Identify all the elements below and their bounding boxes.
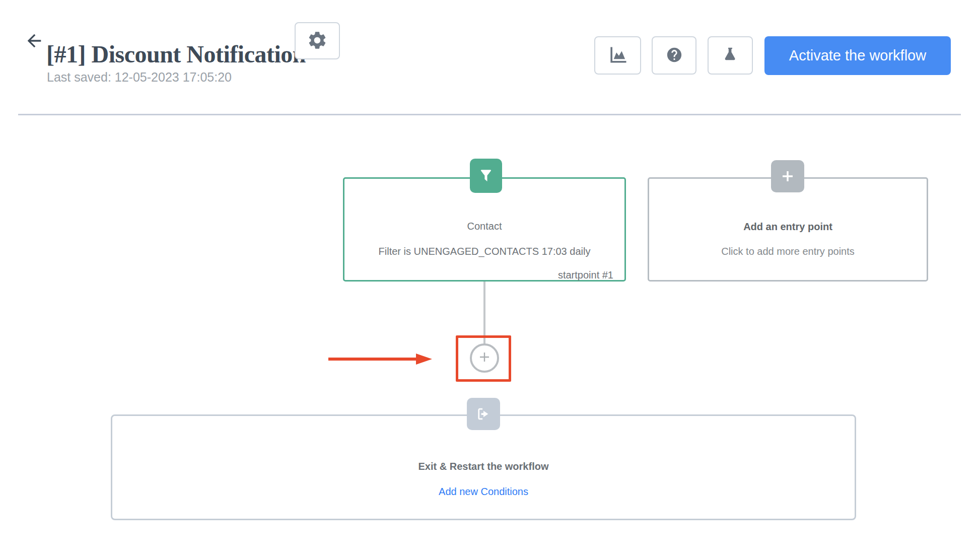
contact-node-title: Contact [344,221,624,232]
gear-icon [307,30,328,52]
header-divider [18,114,961,115]
add-entry-point-node[interactable]: Add an entry point Click to add more ent… [648,177,928,282]
test-workflow-button[interactable] [708,36,753,75]
workflow-settings-button[interactable] [295,22,340,59]
connector-line [483,282,485,344]
statistics-button[interactable] [594,36,641,75]
activate-workflow-button[interactable]: Activate the workflow [764,36,951,75]
contact-entry-node[interactable]: Contact Filter is UNENGAGED_CONTACTS 17:… [343,177,626,282]
plus-circle-icon [478,351,491,365]
flask-icon [721,45,740,66]
question-circle-icon [666,46,683,65]
last-saved-timestamp: Last saved: 12-05-2023 17:05:20 [47,70,232,85]
exit-node-title: Exit & Restart the workflow [112,461,855,472]
entry-node-title: Add an entry point [649,221,927,233]
back-arrow-icon [24,31,44,52]
help-button[interactable] [652,36,696,75]
back-button[interactable] [23,30,45,52]
startpoint-label: startpoint #1 [558,269,613,281]
annotation-arrow-icon [327,352,432,369]
plus-icon [771,160,804,192]
page-title: [#1] Discount Notification [46,42,306,66]
filter-icon [470,159,502,193]
workflow-editor: [#1] Discount Notification Last saved: 1… [0,0,979,560]
exit-restart-node: Exit & Restart the workflow Add new Cond… [111,414,856,520]
add-step-button[interactable] [470,343,499,373]
contact-node-filter-text: Filter is UNENGAGED_CONTACTS 17:03 daily [344,246,624,257]
add-new-conditions-link[interactable]: Add new Conditions [112,486,855,498]
area-chart-icon [607,44,629,67]
exit-icon [467,398,500,430]
entry-node-subtitle: Click to add more entry points [649,246,927,257]
